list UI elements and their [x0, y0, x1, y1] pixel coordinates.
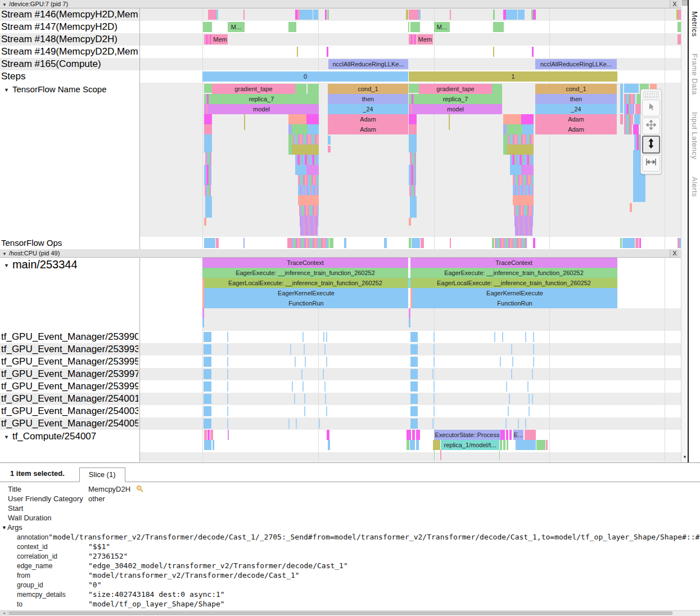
trace-event[interactable]: E...	[513, 430, 523, 440]
trace-event[interactable]	[433, 381, 435, 392]
trace-event[interactable]	[204, 218, 206, 226]
trace-event[interactable]	[204, 394, 211, 404]
close-icon[interactable]: X	[670, 249, 679, 257]
trace-event[interactable]	[409, 134, 417, 152]
trace-event[interactable]: Mem	[417, 34, 433, 44]
trace-event[interactable]	[294, 394, 295, 404]
trace-event[interactable]	[410, 406, 418, 416]
trace-event[interactable]	[533, 357, 534, 367]
trace-event[interactable]	[634, 114, 640, 124]
trace-event[interactable]	[206, 104, 207, 114]
horizontal-scrollbar[interactable]: ◂	[0, 610, 700, 616]
trace-event[interactable]	[630, 203, 632, 212]
trace-event[interactable]	[503, 114, 521, 124]
trace-event[interactable]	[302, 332, 304, 342]
trace-event[interactable]	[529, 406, 530, 416]
trace-event[interactable]	[204, 430, 207, 440]
trace-event[interactable]	[450, 238, 451, 248]
trace-event[interactable]	[204, 357, 211, 367]
trace-event[interactable]	[304, 406, 305, 416]
trace-event[interactable]	[514, 205, 534, 215]
trace-event[interactable]	[292, 381, 293, 392]
trace-event[interactable]	[639, 238, 641, 248]
args-section-header[interactable]: ▼Args	[2, 523, 700, 532]
trace-event[interactable]	[511, 344, 512, 354]
magnifier-icon[interactable]	[136, 485, 143, 494]
trace-event[interactable]	[433, 394, 435, 404]
trace-event[interactable]	[521, 165, 534, 175]
trace-event[interactable]	[510, 165, 521, 175]
trace-event[interactable]	[502, 332, 503, 342]
trace-event[interactable]	[204, 238, 215, 248]
trace-event[interactable]	[295, 84, 306, 94]
row-main-253344[interactable]: TraceContextTraceContextEagerExecute: __…	[0, 258, 681, 331]
trace-event[interactable]	[409, 84, 419, 93]
row-gpu-event-manager-254001[interactable]: tf_GPU_Event_Manager/254001	[0, 393, 681, 405]
trace-event[interactable]	[409, 124, 417, 134]
trace-event[interactable]	[533, 238, 535, 248]
trace-event[interactable]	[243, 10, 245, 20]
trace-event[interactable]	[525, 430, 536, 440]
trace-event[interactable]	[518, 419, 519, 429]
trace-event[interactable]	[327, 430, 329, 440]
trace-event[interactable]	[507, 145, 534, 155]
trace-event[interactable]	[288, 22, 296, 32]
trace-event[interactable]	[300, 227, 318, 236]
trace-event[interactable]	[620, 114, 623, 124]
trace-event[interactable]	[510, 155, 534, 165]
trace-event[interactable]	[416, 430, 420, 440]
trace-event[interactable]	[409, 34, 417, 44]
trace-event[interactable]	[525, 332, 526, 342]
trace-event[interactable]	[204, 419, 211, 429]
trace-event[interactable]	[227, 344, 228, 354]
trace-event[interactable]	[500, 357, 501, 367]
trace-event[interactable]	[306, 114, 319, 124]
trace-event[interactable]	[408, 22, 409, 32]
trace-event[interactable]	[449, 114, 450, 130]
trace-event[interactable]	[532, 394, 533, 404]
trace-event[interactable]	[324, 344, 326, 354]
trace-event[interactable]: then	[328, 94, 408, 104]
row-tf-name-scope[interactable]: gradient_tapereplica_7modelcond_1then_24…	[0, 83, 681, 237]
close-icon[interactable]: X	[670, 0, 679, 8]
trace-event[interactable]: ExecutorState::Process	[434, 430, 500, 440]
trace-event[interactable]	[495, 238, 527, 248]
trace-event[interactable]	[207, 94, 209, 104]
trace-event[interactable]	[305, 357, 306, 367]
trace-event[interactable]	[300, 215, 318, 227]
trace-event[interactable]	[243, 238, 245, 248]
collapse-icon[interactable]: ▼	[4, 434, 9, 440]
trace-event[interactable]	[506, 10, 517, 20]
trace-event[interactable]	[432, 369, 433, 379]
trace-event[interactable]	[505, 419, 507, 429]
trace-event[interactable]	[290, 344, 291, 354]
trace-event[interactable]	[522, 124, 534, 134]
row-steps[interactable]: 01Steps	[0, 70, 681, 83]
palette-drag-handle[interactable]	[643, 91, 659, 98]
trace-event[interactable]	[295, 357, 296, 367]
scrollbar-thumb[interactable]	[9, 611, 672, 615]
trace-event[interactable]	[410, 332, 418, 342]
trace-event[interactable]	[518, 10, 525, 20]
trace-event[interactable]	[410, 22, 420, 32]
scrollbar-thumb[interactable]	[682, 0, 688, 6]
trace-event[interactable]	[210, 430, 213, 440]
trace-event[interactable]	[412, 238, 420, 248]
trace-event[interactable]: TraceContext	[410, 258, 617, 268]
trace-event[interactable]	[409, 218, 411, 226]
trace-event[interactable]	[433, 332, 435, 342]
row-gpu-event-manager-254003[interactable]: tf_GPU_Event_Manager/254003	[0, 405, 681, 417]
trace-event[interactable]	[521, 114, 534, 124]
trace-event[interactable]: _24	[535, 104, 617, 114]
trace-event[interactable]: Adam	[535, 114, 617, 124]
collapse-icon[interactable]: ▼	[4, 87, 9, 93]
trace-event[interactable]	[493, 10, 495, 20]
trace-event[interactable]	[514, 215, 533, 227]
trace-event[interactable]: Adam	[328, 124, 408, 134]
trace-event[interactable]: EagerLocalExecute: __inference_train_fun…	[202, 278, 408, 288]
trace-event[interactable]	[546, 440, 548, 450]
trace-event[interactable]	[620, 238, 622, 248]
trace-event[interactable]	[624, 94, 635, 104]
scroll-left-icon[interactable]: ◂	[0, 611, 8, 615]
trace-event[interactable]	[327, 10, 329, 20]
